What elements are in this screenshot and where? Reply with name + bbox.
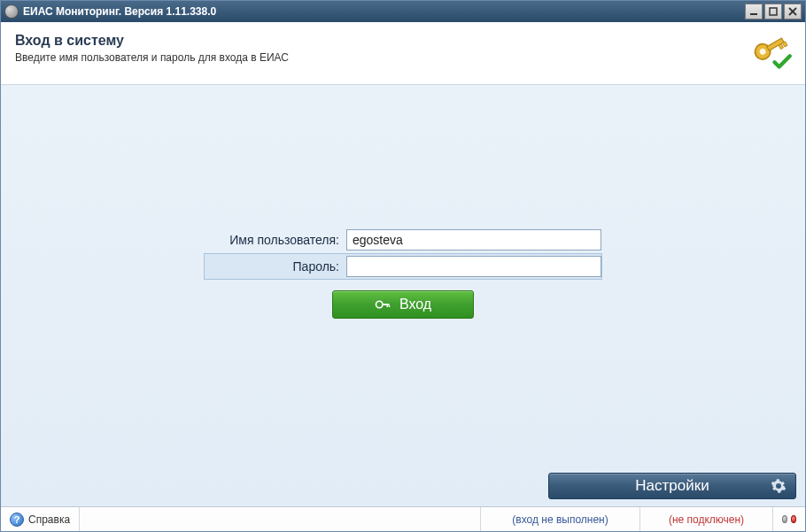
key-icon [375, 297, 391, 312]
username-input[interactable] [346, 229, 601, 251]
login-button[interactable]: Вход [332, 290, 474, 319]
status-leds [773, 507, 805, 531]
help-button[interactable]: ? Справка [1, 507, 80, 531]
minimize-button[interactable] [745, 4, 763, 19]
login-status: (вход не выполнен) [481, 507, 640, 531]
login-button-label: Вход [399, 297, 431, 312]
svg-point-9 [376, 301, 383, 308]
svg-rect-8 [782, 42, 787, 47]
close-icon [788, 7, 797, 16]
password-input[interactable] [346, 256, 601, 277]
key-check-icon [748, 33, 791, 72]
username-label: Имя пользователя: [205, 233, 346, 247]
header-panel: Вход в систему Введите имя пользователя … [1, 22, 805, 85]
svg-rect-12 [389, 305, 391, 307]
login-form: Имя пользователя: Пароль: Вход [204, 227, 602, 319]
password-label: Пароль: [205, 259, 346, 274]
titlebar: ЕИАС Мониторинг. Версия 1.11.338.0 [1, 1, 805, 22]
app-icon [4, 4, 19, 19]
page-subtitle: Введите имя пользователя и пароль для вх… [15, 51, 748, 64]
connection-status: (не подключен) [640, 507, 773, 531]
minimize-icon [749, 7, 758, 16]
statusbar: ? Справка (вход не выполнен) (не подключ… [1, 506, 805, 531]
app-window: ЕИАС Мониторинг. Версия 1.11.338.0 Вход … [0, 0, 806, 532]
window-controls [745, 4, 802, 19]
svg-rect-10 [382, 304, 389, 305]
header-texts: Вход в систему Введите имя пользователя … [15, 33, 748, 64]
maximize-button[interactable] [764, 4, 782, 19]
gear-icon [771, 478, 787, 494]
svg-rect-7 [779, 43, 784, 49]
led-grey-icon [782, 515, 787, 523]
titlebar-text: ЕИАС Мониторинг. Версия 1.11.338.0 [23, 5, 745, 18]
settings-button[interactable]: Настройки [548, 473, 796, 499]
svg-rect-1 [770, 8, 777, 15]
svg-rect-11 [386, 305, 388, 307]
username-row: Имя пользователя: [204, 227, 602, 253]
help-label: Справка [28, 513, 70, 526]
page-title: Вход в систему [15, 33, 748, 49]
close-button[interactable] [784, 4, 802, 19]
settings-button-label: Настройки [635, 477, 709, 495]
password-row: Пароль: [204, 253, 602, 280]
content-area: Имя пользователя: Пароль: Вход [1, 85, 805, 506]
maximize-icon [769, 7, 778, 16]
help-icon: ? [10, 513, 24, 527]
led-red-icon [791, 515, 796, 523]
status-spacer [80, 507, 481, 531]
